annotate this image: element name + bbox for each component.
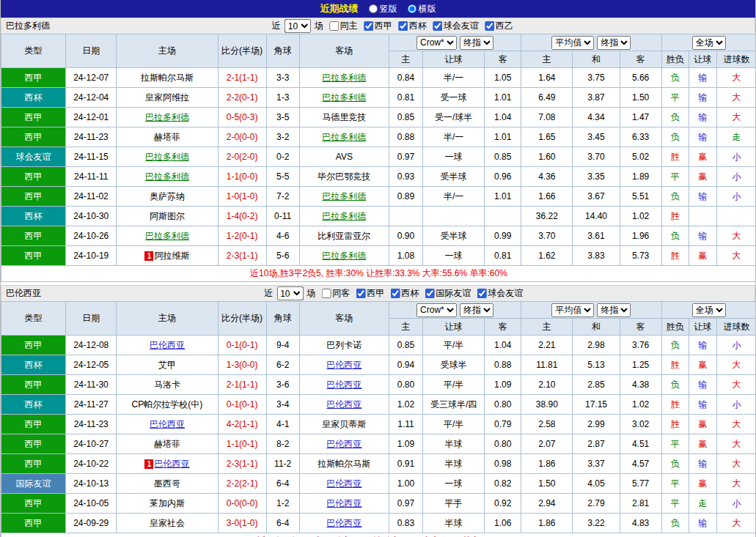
away-team-link[interactable]: 巴拉多利德 xyxy=(322,73,366,83)
away-team-link[interactable]: 巴拉多利德 xyxy=(322,211,366,221)
away-team-link[interactable]: 巴列卡诺 xyxy=(326,340,362,350)
away-team-link[interactable]: 毕尔巴鄂竞技 xyxy=(318,171,370,182)
final-odds-select[interactable]: 终指 xyxy=(597,303,631,317)
score-cell[interactable]: 2-0(2-0) xyxy=(218,147,266,167)
away-team-link[interactable]: 巴伦西亚 xyxy=(326,478,362,489)
away-team-link[interactable]: 巴伦西亚 xyxy=(326,360,362,370)
away-team-link[interactable]: 巴拉多利德 xyxy=(322,191,366,201)
score-cell[interactable]: 2-1(1-1) xyxy=(218,375,266,395)
home-team-link[interactable]: 赫塔菲 xyxy=(154,439,180,449)
league-filter[interactable]: 球会友谊 xyxy=(429,20,479,32)
score-cell[interactable]: 1-1(0-0) xyxy=(218,167,266,187)
home-team-link[interactable]: 奥萨苏纳 xyxy=(150,191,185,201)
home-team-link[interactable]: 皇家社会 xyxy=(150,518,185,528)
scope-select[interactable]: 全场 xyxy=(692,303,726,317)
score-cell[interactable]: 1-2(0-1) xyxy=(218,226,266,246)
score-cell[interactable]: 4-2(1-1) xyxy=(218,415,266,434)
away-team-link[interactable]: 巴伦西亚 xyxy=(326,498,362,508)
score-cell[interactable]: 2-3(1-1) xyxy=(218,246,266,266)
home-team-link[interactable]: 巴伦西亚 xyxy=(154,459,189,469)
score-cell[interactable]: 0-0(0-0) xyxy=(218,494,266,514)
score-cell[interactable]: 2-2(2-1) xyxy=(218,474,266,494)
away-team-link[interactable]: 巴伦西亚 xyxy=(326,439,362,449)
handicap-result-cell: 赢 xyxy=(689,167,716,187)
league-checkbox[interactable] xyxy=(364,21,373,31)
average-select[interactable]: 平均值 xyxy=(551,36,594,50)
away-team-link[interactable]: 巴伦西亚 xyxy=(326,379,362,390)
home-team-link[interactable]: 阿斯图尔 xyxy=(150,211,185,221)
home-team-link[interactable]: 莱加内斯 xyxy=(150,498,185,508)
average-select[interactable]: 平均值 xyxy=(551,303,594,317)
result-cell: 负 xyxy=(661,226,689,246)
league-checkbox[interactable] xyxy=(425,289,434,298)
score-cell[interactable]: 2-1(1-1) xyxy=(218,68,266,88)
away-team-link[interactable]: AVS xyxy=(336,152,353,162)
score-cell[interactable]: 1-3(0-0) xyxy=(218,355,266,375)
league-checkbox[interactable] xyxy=(398,21,408,31)
scope-select[interactable]: 全场 xyxy=(692,36,726,50)
home-team-link[interactable]: 巴伦西亚 xyxy=(150,419,185,429)
vertical-radio-input[interactable] xyxy=(369,4,378,13)
away-team-link[interactable]: 巴拉多利德 xyxy=(322,92,366,103)
same-venue-checkbox[interactable] xyxy=(329,21,339,31)
home-team-link[interactable]: 拉斯帕尔马斯 xyxy=(141,73,194,83)
score-cell[interactable]: 1-4(0-2) xyxy=(218,207,266,226)
away-team-link[interactable]: 巴伦西亚 xyxy=(326,518,362,528)
final-odds-select[interactable]: 终指 xyxy=(460,303,493,317)
same-venue-filter[interactable]: 同主 xyxy=(326,20,358,32)
match-count-select[interactable]: 10 xyxy=(285,19,311,33)
home-team-link[interactable]: 艾甲 xyxy=(158,360,176,370)
league-filter[interactable]: 西杯 xyxy=(394,20,427,32)
home-team-link[interactable]: 巴拉多利德 xyxy=(145,171,189,182)
home-team-link[interactable]: 墨西哥 xyxy=(154,478,180,489)
away-team-link[interactable]: 巴拉多利德 xyxy=(322,132,366,142)
same-venue-checkbox[interactable] xyxy=(321,289,331,298)
league-filter[interactable]: 西乙 xyxy=(481,20,513,32)
score-cell[interactable]: 2-2(0-1) xyxy=(218,88,266,108)
league-filter[interactable]: 西杯 xyxy=(386,287,419,300)
away-team-link[interactable]: 巴伦西亚 xyxy=(326,399,362,410)
score-cell[interactable]: 2-3(1-1) xyxy=(218,454,266,474)
final-odds-select[interactable]: 终指 xyxy=(597,36,631,50)
bookmaker-select[interactable]: Crow* xyxy=(416,303,457,317)
league-checkbox[interactable] xyxy=(390,289,400,298)
score-cell[interactable]: 0-1(0-1) xyxy=(218,395,266,415)
home-team-link[interactable]: 皇家阿维拉 xyxy=(145,92,189,103)
score-cell[interactable]: 2-0(0-0) xyxy=(218,127,266,147)
layout-radio-horizontal[interactable]: 横版 xyxy=(408,3,436,15)
date-cell: 24-12-01 xyxy=(66,108,117,127)
league-checkbox[interactable] xyxy=(477,289,486,298)
away-team-link[interactable]: 巴拉多利德 xyxy=(322,251,366,261)
away-team-link[interactable]: 马德里竞技 xyxy=(322,112,366,122)
league-filter[interactable]: 西甲 xyxy=(360,20,392,32)
score-cell[interactable]: 1-0(1-0) xyxy=(218,187,266,207)
away-team-link[interactable]: 皇家贝蒂斯 xyxy=(322,419,366,429)
home-team-link[interactable]: 巴拉多利德 xyxy=(145,152,189,162)
bookmaker-select[interactable]: Crow* xyxy=(416,36,457,50)
league-filter[interactable]: 国际友谊 xyxy=(421,287,471,300)
col-odds-handicap: 让球 xyxy=(423,319,485,336)
home-team-link[interactable]: 巴伦西亚 xyxy=(150,340,185,350)
score-cell[interactable]: 1-1(0-1) xyxy=(218,434,266,454)
score-cell[interactable]: 0-5(0-3) xyxy=(218,108,266,127)
score-cell[interactable]: 3-0(1-0) xyxy=(218,514,266,533)
away-team-link[interactable]: 拉斯帕尔马斯 xyxy=(318,459,370,469)
horizontal-radio-input[interactable] xyxy=(408,4,416,13)
home-team-link[interactable]: CP帕尔拉学校(中) xyxy=(132,399,203,410)
away-team-link[interactable]: 比利亚雷亚尔 xyxy=(318,231,370,241)
home-team-link[interactable]: 阿拉维斯 xyxy=(154,251,189,261)
score-cell[interactable]: 0-1(0-1) xyxy=(218,336,266,355)
league-filter[interactable]: 西甲 xyxy=(352,287,384,300)
home-team-link[interactable]: 巴拉多利德 xyxy=(145,231,189,241)
layout-radio-vertical[interactable]: 竖版 xyxy=(369,3,397,15)
league-checkbox[interactable] xyxy=(433,21,442,31)
same-venue-filter[interactable]: 同客 xyxy=(318,287,350,300)
home-team-link[interactable]: 巴拉多利德 xyxy=(145,112,189,122)
home-team-link[interactable]: 赫塔菲 xyxy=(154,132,180,142)
league-checkbox[interactable] xyxy=(485,21,494,31)
match-count-select[interactable]: 10 xyxy=(276,286,303,300)
league-filter[interactable]: 球会友谊 xyxy=(473,287,523,300)
home-team-link[interactable]: 马洛卡 xyxy=(154,379,180,390)
final-odds-select[interactable]: 终指 xyxy=(460,36,493,50)
league-checkbox[interactable] xyxy=(356,289,365,298)
